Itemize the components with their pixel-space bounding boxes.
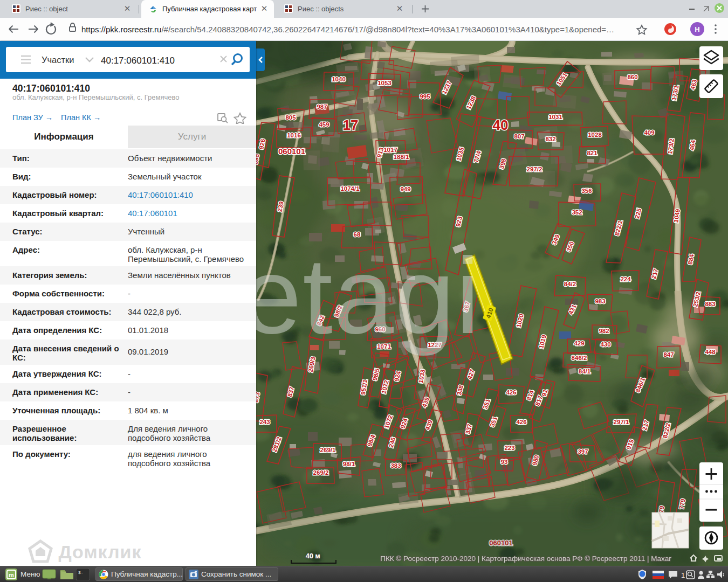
svg-text:297/2: 297/2 <box>527 166 542 172</box>
svg-text:ПКК © Росреестр 2010-2020 | Ка: ПКК © Росреестр 2010-2020 | Картографиче… <box>380 555 671 563</box>
svg-text:1016: 1016 <box>287 132 301 138</box>
svg-text:429: 429 <box>574 340 584 347</box>
svg-text:832: 832 <box>545 136 555 142</box>
svg-text:243: 243 <box>259 419 270 425</box>
svg-text:$-: $- <box>78 570 84 575</box>
svg-text:821: 821 <box>587 150 597 156</box>
svg-text:98/1: 98/1 <box>343 461 355 467</box>
svg-text:995: 995 <box>420 93 430 100</box>
svg-text:1: 1 <box>681 571 685 579</box>
svg-text:84/1: 84/1 <box>579 368 591 375</box>
svg-text:m: m <box>9 572 14 578</box>
svg-text:356: 356 <box>581 188 592 194</box>
svg-text:1053: 1053 <box>377 80 392 86</box>
svg-text:1028: 1028 <box>588 131 602 138</box>
svg-text:1040: 1040 <box>332 76 346 82</box>
svg-text:269/2: 269/2 <box>313 469 329 476</box>
svg-text:464: 464 <box>689 140 696 151</box>
svg-text:352: 352 <box>572 209 582 216</box>
svg-text:17: 17 <box>343 117 359 133</box>
svg-text:383: 383 <box>390 462 401 469</box>
svg-text:982: 982 <box>599 328 609 334</box>
svg-text:1031: 1031 <box>548 114 562 120</box>
svg-text:etagi: etagi <box>256 235 481 356</box>
svg-text:883: 883 <box>705 301 715 307</box>
svg-text:397: 397 <box>578 448 588 455</box>
svg-text:H: H <box>695 25 699 33</box>
svg-text:426: 426 <box>506 389 516 396</box>
svg-text:93: 93 <box>501 459 508 465</box>
svg-text:409: 409 <box>644 129 654 136</box>
svg-text:805: 805 <box>285 114 296 121</box>
svg-text:846/2: 846/2 <box>572 355 587 361</box>
svg-text:188/1: 188/1 <box>394 154 409 160</box>
svg-text:Участки: Участки <box>42 55 74 65</box>
svg-text:060101: 060101 <box>278 147 305 156</box>
svg-text:459: 459 <box>319 121 329 128</box>
svg-text:40: 40 <box>493 117 509 133</box>
svg-text:1074/1: 1074/1 <box>340 185 360 192</box>
svg-text:987: 987 <box>317 103 327 110</box>
svg-text:1017: 1017 <box>383 147 397 153</box>
svg-text:269/1: 269/1 <box>320 447 336 453</box>
svg-text:426: 426 <box>516 419 526 425</box>
svg-text:84/2: 84/2 <box>564 281 576 287</box>
svg-text:807: 807 <box>514 133 524 140</box>
svg-text:224: 224 <box>620 276 631 282</box>
svg-text:983: 983 <box>595 298 605 304</box>
svg-text:448: 448 <box>705 349 716 355</box>
svg-text:860: 860 <box>627 74 637 80</box>
svg-text:430: 430 <box>600 341 610 348</box>
svg-text:223: 223 <box>504 445 514 451</box>
svg-text:847: 847 <box>663 351 674 358</box>
svg-text:40 м: 40 м <box>306 552 320 560</box>
svg-text:297/1: 297/1 <box>614 419 629 425</box>
svg-text:40:17:060101:410: 40:17:060101:410 <box>101 56 175 66</box>
svg-text:949: 949 <box>400 186 410 192</box>
